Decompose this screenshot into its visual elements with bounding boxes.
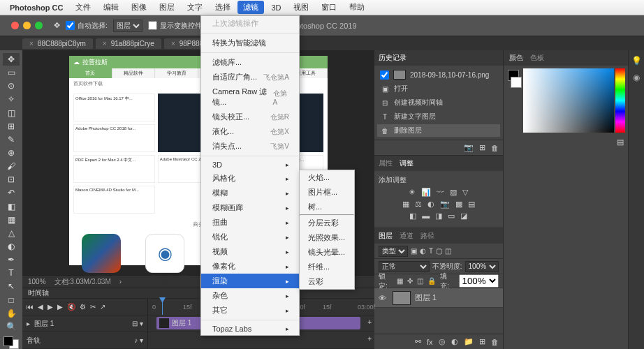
photo-filter-icon[interactable]: 📷 [440, 200, 450, 209]
shape-tool[interactable]: □ [3, 294, 20, 306]
lasso-tool[interactable]: ⊙ [3, 80, 20, 92]
menu-help[interactable]: 帮助 [344, 1, 370, 14]
add-icon[interactable]: + [367, 335, 372, 343]
mask-icon[interactable]: ◎ [439, 337, 446, 346]
transition-icon[interactable]: ↗ [100, 303, 105, 311]
link-icon[interactable]: ⚯ [415, 337, 421, 346]
menu-layer[interactable]: 图层 [154, 1, 180, 14]
close-icon[interactable]: × [103, 40, 107, 47]
menu-3d-sub[interactable]: 3D [201, 158, 299, 171]
tab-paths[interactable]: 路径 [420, 231, 434, 241]
group-icon[interactable]: 📁 [464, 337, 474, 346]
color-swatch[interactable] [3, 336, 19, 349]
menu-image[interactable]: 图像 [126, 1, 152, 14]
trash-icon[interactable]: 🗑 [491, 144, 499, 152]
settings-icon[interactable]: ⚙ [80, 303, 86, 311]
hue-icon[interactable]: ▦ [402, 200, 409, 209]
menu-filter[interactable]: 滤镜 [237, 1, 264, 14]
learn-icon[interactable]: 💡 [631, 56, 642, 66]
threshold-icon[interactable]: ◨ [435, 211, 442, 221]
submenu-frame[interactable]: 图片框... [300, 185, 354, 200]
playhead[interactable] [162, 299, 163, 315]
fill-input[interactable]: 100% [459, 274, 499, 288]
balance-icon[interactable]: ⚖ [415, 200, 422, 209]
brush-tool[interactable]: 🖌 [3, 160, 20, 172]
tab-swatches[interactable]: 色板 [530, 53, 544, 63]
mixer-icon[interactable]: ▩ [455, 200, 462, 209]
wand-tool[interactable]: ✧ [3, 93, 20, 105]
submenu-fibers[interactable]: 纤维... [300, 260, 354, 274]
menu-view[interactable]: 视图 [288, 1, 314, 14]
tab-adjustments[interactable]: 调整 [400, 158, 414, 168]
libraries-icon[interactable]: ◉ [633, 73, 640, 82]
camera-icon[interactable]: 📷 [464, 143, 474, 152]
new-layer-icon[interactable]: ⊞ [479, 337, 485, 346]
zoom-tool[interactable]: 🔍 [3, 320, 20, 333]
filter-adjust-icon[interactable]: ◐ [420, 247, 426, 255]
menu-noise[interactable]: 杂色 [201, 288, 299, 303]
visibility-icon[interactable]: 👁 [379, 294, 388, 302]
close-button[interactable] [11, 22, 19, 29]
curves-icon[interactable]: 〰 [437, 188, 444, 197]
type-tool[interactable]: T [3, 267, 20, 279]
filter-shape-icon[interactable]: ▢ [436, 247, 442, 255]
menu-edit[interactable]: 编辑 [98, 1, 124, 14]
hand-tool[interactable]: ✋ [3, 307, 20, 320]
menu-distort[interactable]: 扭曲 [201, 215, 299, 230]
filter-text-icon[interactable]: T [429, 247, 433, 255]
auto-select-checkbox[interactable] [66, 21, 75, 30]
marquee-tool[interactable]: ▭ [3, 66, 20, 79]
menu-render[interactable]: 渲染 [201, 274, 299, 288]
audio-track[interactable]: 音轨 [27, 336, 41, 346]
history-brush-tool[interactable]: ↶ [3, 186, 20, 199]
menu-lens-correction[interactable]: 镜头校正...仓第R [201, 110, 299, 124]
app-name[interactable]: Photoshop CC [10, 3, 63, 12]
menu-liquify[interactable]: 液化...仓第X [201, 124, 299, 139]
submenu-flame[interactable]: 火焰... [300, 170, 354, 185]
menu-vanishing-point[interactable]: 消失点...飞第V [201, 139, 299, 154]
menu-adaptive-wide[interactable]: 自适应广角...飞仓第A [201, 70, 299, 84]
menu-camera-raw[interactable]: Camera Raw 滤镜...仓第A [201, 84, 299, 110]
menu-blur-gallery[interactable]: 模糊画廊 [201, 200, 299, 215]
tab-color[interactable]: 颜色 [509, 53, 523, 63]
close-icon[interactable]: × [29, 40, 34, 47]
blur-tool[interactable]: △ [3, 227, 20, 239]
eyedropper-tool[interactable]: ✎ [3, 133, 20, 146]
menu-filter-gallery[interactable]: 滤镜库... [201, 55, 299, 70]
menu-3d[interactable]: 3D [265, 2, 286, 13]
split-icon[interactable]: ✂ [90, 303, 96, 311]
menu-type[interactable]: 文字 [182, 1, 208, 14]
delete-icon[interactable]: 🗑 [491, 338, 499, 346]
tab-0[interactable]: ×88C888piC8ym [22, 38, 93, 49]
pen-tool[interactable]: ✒ [3, 253, 20, 266]
opacity-input[interactable]: 100% [465, 261, 499, 272]
zoom-button[interactable] [35, 22, 43, 29]
zoom-level[interactable]: 100% [28, 278, 46, 285]
stamp-tool[interactable]: ⊡ [3, 173, 20, 186]
panel-menu-icon[interactable]: ▤ [617, 138, 624, 147]
frame-tool[interactable]: ⊞ [3, 120, 20, 133]
submenu-tree[interactable]: 树... [300, 200, 354, 214]
crop-tool[interactable]: ◫ [3, 107, 20, 119]
fill-adj-icon[interactable]: ◐ [451, 337, 458, 346]
layer-filter-select[interactable]: 类型 [379, 246, 408, 257]
layer-thumbnail[interactable] [393, 291, 411, 305]
menu-window[interactable]: 窗口 [316, 1, 342, 14]
tab-channels[interactable]: 通道 [400, 231, 414, 241]
transform-checkbox[interactable] [148, 21, 157, 30]
move-tool[interactable]: ✥ [3, 53, 20, 66]
filter-pixel-icon[interactable]: ▣ [411, 247, 417, 255]
menu-other[interactable]: 其它 [201, 303, 299, 318]
mute-icon[interactable]: 🔇 [67, 303, 75, 311]
color-field[interactable] [523, 68, 615, 133]
menu-sharpen[interactable]: 锐化 [201, 230, 299, 244]
hue-slider[interactable] [615, 68, 625, 133]
auto-select-dropdown[interactable]: 图层 [113, 20, 142, 32]
lock-pixels-icon[interactable]: ▦ [397, 277, 403, 285]
prev-frame-icon[interactable]: ◀ [38, 303, 43, 311]
filter-smart-icon[interactable]: ◫ [445, 247, 451, 255]
dodge-tool[interactable]: ◐ [3, 240, 20, 253]
menu-topaz[interactable]: Topaz Labs [201, 322, 299, 335]
heal-tool[interactable]: ⊕ [3, 147, 20, 159]
tab-1[interactable]: ×91a888piCrye [96, 38, 161, 49]
